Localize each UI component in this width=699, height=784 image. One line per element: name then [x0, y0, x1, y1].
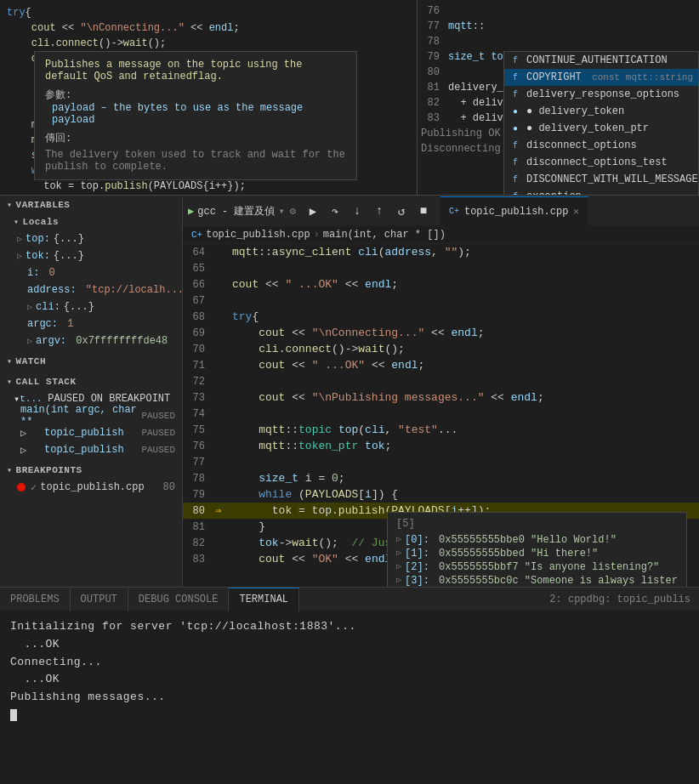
top-code-line: cout << "\nConnecting..." << endl; — [0, 20, 417, 36]
var-i: i: 0 — [0, 264, 182, 281]
tab-close-icon[interactable]: ✕ — [573, 206, 579, 217]
field-icon: f — [509, 71, 521, 83]
breakpoint-item[interactable]: ✓ topic_publish.cpp 80 — [0, 479, 182, 496]
var-popup-item-0[interactable]: ▷ [0]: 0x55555555bbe0 "Hello World!" — [396, 533, 678, 547]
call-stack-item-topic2[interactable]: ▷ topic_publish PAUSED — [0, 441, 182, 458]
chevron-right-icon: ▷ — [396, 534, 401, 544]
call-stack-item-main[interactable]: main(int argc, char ** PAUSED — [0, 407, 182, 424]
ac-item-disconnect-options[interactable]: f disconnect_options — [504, 137, 698, 154]
play-icon: ▶ — [188, 205, 194, 218]
field-icon: f — [509, 54, 521, 66]
terminal-line-4: Connecting... — [10, 654, 689, 672]
tooltip-popup: Publishes a message on the topic using t… — [34, 51, 357, 180]
tab-problems[interactable]: PROBLEMS — [0, 588, 71, 611]
top-code-line: try{ — [0, 5, 417, 20]
panel-tabs: PROBLEMS OUTPUT DEBUG CONSOLE TERMINAL 2… — [0, 588, 699, 611]
var-argv[interactable]: ▷ argv: 0x7ffffffffde48 — [0, 332, 182, 349]
editor-line-64: 64 mqtt::async_client cli(address, ""); — [183, 244, 699, 260]
ac-item-disconnect-options-test[interactable]: f disconnect_options_test — [504, 154, 698, 171]
variables-section-header[interactable]: ▾ VARIABLES — [0, 196, 182, 213]
editor-line-68: 68 try{ — [183, 309, 699, 325]
tab-terminal[interactable]: TERMINAL — [229, 588, 299, 611]
field-icon: f — [509, 139, 521, 151]
field-icon: f — [509, 190, 521, 196]
paused-badge: PAUSED ON BREAKPOINT — [48, 393, 170, 405]
file-icon: C+ — [449, 207, 459, 216]
var-popup-item-1[interactable]: ▷ [1]: 0x55555555bbed "Hi there!" — [396, 547, 678, 560]
editor-tab-topic-publish[interactable]: C+ topic_publish.cpp ✕ — [440, 196, 588, 226]
editor-line-75: 75 mqtt::topic top(cli, "test"... — [183, 422, 699, 438]
stop-button[interactable]: ■ — [413, 201, 434, 221]
bp-check-icon: ✓ — [31, 481, 37, 494]
top-section: try{ cout << "\nConnecting..." << endl; … — [0, 0, 699, 196]
field-icon: f — [509, 156, 521, 168]
chevron-down-icon: ▾ — [7, 200, 13, 210]
locals-section-header[interactable]: ▾ Locals — [0, 213, 182, 230]
bp-file: topic_publish.cpp — [40, 481, 144, 493]
file-icon: C+ — [191, 230, 202, 240]
variables-label: VARIABLES — [16, 200, 71, 210]
ac-item-delivery-token-ptr[interactable]: ● ● delivery_token_ptr — [504, 120, 698, 137]
ac-item-exception[interactable]: f exception — [504, 188, 698, 196]
restart-button[interactable]: ↺ — [391, 201, 412, 221]
editor-line-70: 70 cli.connect()->wait(); — [183, 341, 699, 357]
panel-tab-right-label[interactable]: 2: cppdbg: topic_publis — [541, 594, 699, 605]
chevron-right-icon: ▷ — [20, 427, 26, 440]
debug-config[interactable]: ▶ gcc - 建置及偵 ▾ — [183, 196, 290, 226]
ac-item-delivery-token[interactable]: ● ● delivery_token — [504, 103, 698, 120]
chevron-down-icon: ▾ — [7, 377, 13, 387]
chevron-down-icon: ▾ — [278, 205, 284, 218]
tab-output[interactable]: OUTPUT — [71, 588, 128, 611]
tooltip-return-label: 傳回: — [45, 131, 346, 145]
editor-line-79: 79 while (PAYLOADS[i]) { — [183, 486, 699, 503]
field-icon: f — [509, 88, 521, 100]
terminal-line-2: ...OK — [10, 636, 689, 654]
autocomplete-dropdown[interactable]: f CONTINUE_AUTHENTICATION f COPYRIGHT co… — [503, 51, 699, 196]
step-out-button[interactable]: ↑ — [369, 201, 389, 221]
breakpoints-section-header[interactable]: ▾ BREAKPOINTS — [0, 462, 182, 479]
step-into-button[interactable]: ↓ — [347, 201, 367, 221]
ac-item-disconnect-will[interactable]: f DISCONNECT_WITH_WILL_MESSAGE — [504, 171, 698, 188]
tab-debug-console[interactable]: DEBUG CONSOLE — [128, 588, 230, 611]
editor-line-71: 71 cout << " ...OK" << endl; — [183, 357, 699, 373]
terminal-line-7: Publishing messages... — [10, 689, 689, 707]
terminal-line-5: ...OK — [10, 671, 689, 689]
continue-button[interactable]: ▶ — [303, 201, 323, 221]
chevron-right-icon: ▷ — [17, 251, 22, 261]
var-cli[interactable]: ▷ cli: {...} — [0, 298, 182, 315]
tab-name: topic_publish.cpp — [464, 206, 568, 218]
var-popup-item-3[interactable]: ▷ [3]: 0x5555555bc0c "Someone is always … — [396, 574, 678, 587]
tooltip-return: The delivery token used to track and wai… — [45, 149, 346, 173]
tooltip-params-label: 参數: — [45, 88, 346, 102]
var-icon: ● — [509, 122, 521, 134]
watch-section-header[interactable]: ▾ WATCH — [0, 353, 182, 370]
var-argc: argc: 1 — [0, 315, 182, 332]
editor-line-72: 72 — [183, 373, 699, 389]
right-code-line: 76 — [418, 3, 699, 19]
var-address: address: "tcp://localh..." — [0, 281, 182, 298]
sidebar: ▾ VARIABLES ▾ Locals ▷ top: {...} ▷ tok:… — [0, 196, 183, 587]
var-popup-header: [5] — [396, 518, 678, 530]
code-editor[interactable]: 64 mqtt::async_client cli(address, ""); … — [183, 244, 699, 587]
ac-item-copyright[interactable]: f COPYRIGHT const mqtt::string — [504, 69, 698, 86]
ac-item-continue-auth[interactable]: f CONTINUE_AUTHENTICATION — [504, 52, 698, 69]
top-code-line: cli.connect()->wait(); — [0, 36, 417, 51]
step-over-button[interactable]: ↷ — [325, 201, 345, 221]
terminal-cursor — [10, 709, 17, 721]
call-stack-item-topic1[interactable]: ▷ topic_publish PAUSED — [0, 424, 182, 441]
tab-bar: ▶ gcc - 建置及偵 ▾ ⚙ ▶ ↷ ↓ ↑ ↺ ■ C+ topic_pu… — [183, 196, 699, 226]
breadcrumb-function: main(int, char * []) — [323, 229, 446, 241]
terminal-content[interactable]: Initializing for server 'tcp://localhost… — [0, 611, 699, 784]
gear-icon[interactable]: ⚙ — [290, 205, 296, 218]
call-stack-section-header[interactable]: ▾ CALL STACK — [0, 373, 182, 390]
bottom-panel: PROBLEMS OUTPUT DEBUG CONSOLE TERMINAL 2… — [0, 587, 699, 784]
chevron-down-icon: ▾ — [14, 393, 20, 406]
var-tok[interactable]: ▷ tok: {...} — [0, 247, 182, 264]
var-top[interactable]: ▷ top: {...} — [0, 230, 182, 247]
debug-config-name: gcc - 建置及偵 — [197, 204, 275, 219]
debug-arrow-icon: ⇒ — [215, 504, 229, 517]
var-popup: [5] ▷ [0]: 0x55555555bbe0 "Hello World!"… — [387, 512, 687, 587]
var-popup-item-2[interactable]: ▷ [2]: 0x5555555bbf7 "Is anyone listenin… — [396, 560, 678, 574]
top-right-code: 76 77 mqtt:: 78 79 size_t tok; f CONTINU… — [417, 0, 699, 196]
ac-item-delivery-response[interactable]: f delivery_response_options — [504, 86, 698, 103]
